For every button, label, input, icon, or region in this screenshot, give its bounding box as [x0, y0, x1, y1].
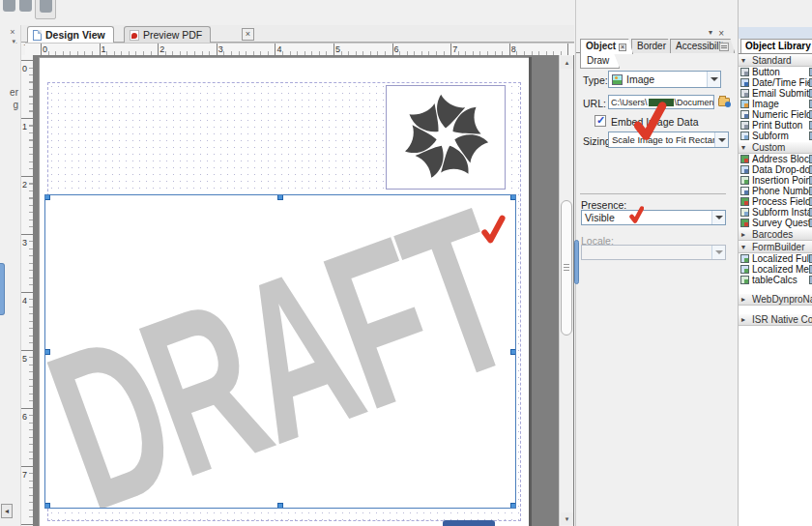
library-item-print-button[interactable]: Print Button [739, 120, 812, 131]
close-icon[interactable] [619, 44, 626, 51]
library-item-subform-instance[interactable]: Subform Instance [739, 207, 812, 218]
library-item-button[interactable]: Button [739, 67, 812, 77]
triangle-down-icon[interactable]: ▾ [741, 55, 745, 67]
locale-dropdown[interactable] [581, 245, 726, 260]
ruler-number: 2 [22, 180, 27, 190]
process-fields-icon [740, 197, 749, 206]
scroll-up-icon[interactable] [561, 56, 573, 69]
library-item-email-submit-butto[interactable]: Email Submit Butto [739, 88, 812, 99]
library-item-localized-medium[interactable]: Localized Medium [739, 264, 812, 275]
panel-menu-icon[interactable] [13, 38, 17, 45]
toolbar-button[interactable] [35, 0, 56, 19]
close-tab-button[interactable] [242, 28, 254, 41]
palette-tab-bar: Object Border Accessibility [576, 39, 733, 53]
chevron-down-icon [711, 246, 725, 259]
survey-question-icon [740, 219, 749, 227]
library-section-formbuilder[interactable]: ▾FormBuilder [739, 241, 812, 253]
panel-splitter-grip[interactable] [0, 263, 5, 315]
selection-handle[interactable] [277, 194, 283, 200]
triangle-down-icon[interactable]: ▾ [741, 142, 745, 154]
triangle-right-icon[interactable]: ▸ [741, 294, 745, 306]
toolbar-icon[interactable] [3, 0, 15, 12]
triangle-down-icon[interactable]: ▾ [741, 242, 745, 253]
library-section-barcodes[interactable]: ▸Barcodes [739, 228, 812, 241]
browse-button[interactable] [716, 94, 731, 109]
clipped-text: er [10, 87, 18, 98]
selection-handle[interactable] [44, 503, 50, 509]
selection-handle[interactable] [510, 503, 516, 509]
selection-handle[interactable] [510, 349, 516, 355]
triangle-right-icon[interactable]: ▸ [741, 314, 745, 326]
close-icon[interactable] [8, 27, 17, 37]
triangle-right-icon[interactable]: ▸ [741, 229, 745, 241]
scroll-down-icon[interactable] [561, 512, 573, 525]
selection-handle[interactable] [277, 503, 283, 509]
form-page[interactable]: DRAFT [39, 57, 529, 526]
horizontal-ruler: 012345678 [25, 43, 574, 55]
chevron-down-icon[interactable] [707, 72, 720, 87]
folder-icon [718, 98, 730, 106]
logo-image-object[interactable] [386, 85, 506, 190]
panel-splitter-grip[interactable] [574, 240, 579, 284]
ruler-number: 4 [276, 44, 281, 54]
library-item-image[interactable]: Image [739, 99, 812, 109]
content-area[interactable]: DRAFT [47, 82, 521, 521]
presence-dropdown[interactable]: Visible [581, 210, 726, 225]
collapse-panel-button[interactable] [1, 504, 13, 518]
embed-image-data-checkbox[interactable] [594, 115, 606, 127]
palette-menu-icon[interactable] [709, 28, 712, 37]
datetime-field-icon [740, 78, 749, 87]
library-section-webdynpronative[interactable]: ▸WebDynproNative [739, 293, 812, 306]
library-item-tablecalcs[interactable]: tableCalcs [739, 275, 812, 285]
localized-full-date-icon [740, 254, 749, 263]
library-item-address-block[interactable]: Address Block [739, 154, 812, 164]
ruler-number: 3 [22, 238, 27, 248]
design-canvas[interactable]: DRAFT [33, 55, 574, 526]
ruler-number: 2 [160, 44, 164, 54]
library-section-standard[interactable]: ▾Standard [739, 54, 812, 67]
sizing-dropdown[interactable]: Scale Image to Fit Rectangle [608, 132, 729, 148]
app-window: er g Design View Preview PDF 012345678 0… [0, 0, 812, 526]
library-section-isr-native-contro[interactable]: ▸ISR Native Contro [739, 313, 812, 326]
tab-label: Preview PDF [143, 29, 202, 41]
library-item-subform[interactable]: Subform [739, 131, 812, 141]
url-label: URL: [583, 98, 606, 109]
ruler-number: 0 [43, 44, 47, 54]
subform-icon [740, 132, 749, 140]
library-item-localized-full-date[interactable]: Localized Full Date [739, 253, 812, 264]
tab-object[interactable]: Object [580, 39, 633, 54]
selection-handle[interactable] [44, 194, 50, 200]
type-label: Type: [583, 74, 608, 86]
tab-draw[interactable]: Draw [580, 54, 620, 69]
canvas-vertical-scrollbar[interactable] [559, 55, 573, 526]
selection-handle[interactable] [510, 194, 516, 200]
library-item-date-time-field[interactable]: Date/Time Field [739, 77, 812, 88]
tab-preview-pdf[interactable]: Preview PDF [124, 26, 211, 43]
tab-border[interactable]: Border [631, 39, 673, 53]
page-tab-sliver[interactable] [443, 520, 495, 526]
library-item-numeric-field[interactable]: Numeric Field [739, 109, 812, 120]
chevron-down-icon[interactable] [714, 132, 728, 147]
tab-overflow-icon[interactable] [719, 43, 729, 51]
ruler-number: 8 [511, 44, 516, 54]
image-icon [612, 74, 623, 85]
toolbar-icon[interactable] [19, 0, 32, 12]
selected-image-object[interactable]: DRAFT [44, 194, 516, 509]
library-item-phone-number-u[interactable]: Phone Number - U [739, 186, 812, 196]
pdf-icon [130, 30, 139, 41]
library-item-survey-question[interactable]: Survey Question [739, 218, 812, 228]
library-section-custom[interactable]: ▾Custom [739, 141, 812, 154]
tab-object-library[interactable]: Object Library [740, 39, 812, 53]
scrollbar-thumb[interactable] [561, 200, 572, 336]
selection-handle[interactable] [44, 349, 50, 355]
tab-design-view[interactable]: Design View [27, 26, 114, 43]
palette-close-icon[interactable] [718, 28, 724, 39]
library-item-process-fields[interactable]: Process Fields [739, 196, 812, 207]
library-item-insertion-point[interactable]: Insertion Point [739, 175, 812, 186]
chevron-down-icon[interactable] [711, 211, 725, 224]
swirl-logo-icon [397, 91, 494, 184]
type-dropdown[interactable]: Image [608, 71, 721, 88]
library-item-data-drop-down-l[interactable]: Data Drop-down L [739, 164, 812, 175]
numeric-field-icon [740, 110, 749, 119]
insertion-point-icon [740, 176, 749, 185]
